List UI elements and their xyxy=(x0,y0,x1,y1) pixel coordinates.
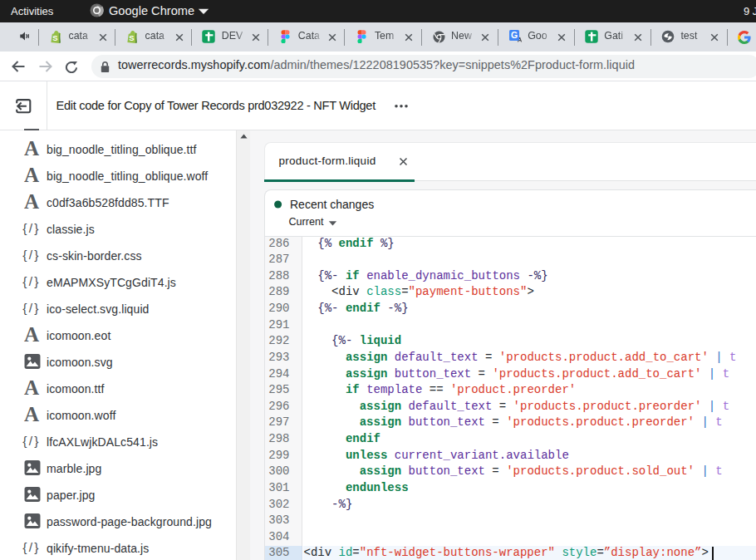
svg-text:S: S xyxy=(129,33,134,42)
svg-text:G: G xyxy=(511,30,518,40)
svg-text:S: S xyxy=(52,33,57,42)
